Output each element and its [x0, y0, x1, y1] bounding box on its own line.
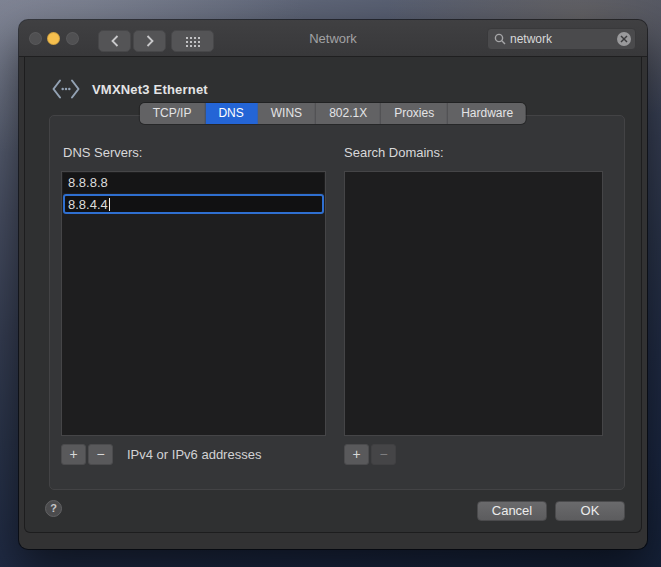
search-domains-list[interactable] — [344, 171, 603, 436]
circle-x-icon — [620, 35, 628, 43]
back-button[interactable] — [98, 30, 131, 52]
tab-tcp-ip[interactable]: TCP/IP — [140, 103, 206, 124]
dns-servers-list[interactable]: 8.8.8.8 8.8.4.4 — [61, 171, 326, 436]
dns-servers-label: DNS Servers: — [63, 145, 142, 160]
service-name: VMXNet3 Ethernet — [92, 82, 208, 97]
search-field[interactable] — [487, 28, 636, 50]
tab-802-1x[interactable]: 802.1X — [316, 103, 381, 124]
tab-hardware[interactable]: Hardware — [448, 103, 526, 124]
search-input[interactable] — [510, 32, 617, 46]
dns-list-controls: + − — [61, 444, 115, 465]
service-row: VMXNet3 Ethernet — [51, 78, 208, 100]
cancel-button[interactable]: Cancel — [477, 501, 547, 521]
help-button[interactable]: ? — [45, 500, 62, 517]
add-dns-server-button[interactable]: + — [61, 444, 86, 465]
grid-icon — [185, 36, 200, 47]
network-preferences-window: Network — [19, 20, 647, 549]
remove-search-domain-button[interactable]: − — [371, 444, 396, 465]
show-all-button[interactable] — [171, 30, 214, 52]
forward-button[interactable] — [133, 30, 166, 52]
tab-proxies[interactable]: Proxies — [381, 103, 448, 124]
remove-dns-server-button[interactable]: − — [88, 444, 113, 465]
tab-wins[interactable]: WINS — [258, 103, 316, 124]
search-icon — [494, 33, 506, 45]
dns-settings-sheet: VMXNet3 Ethernet TCP/IP DNS WINS 802.1X … — [24, 57, 642, 533]
chevron-right-icon — [146, 35, 154, 47]
tab-bar: TCP/IP DNS WINS 802.1X Proxies Hardware — [140, 103, 526, 124]
network-service-icon — [51, 78, 81, 100]
ipv4-ipv6-hint: IPv4 or IPv6 addresses — [127, 444, 261, 465]
dns-server-edit-field[interactable]: 8.8.4.4 — [63, 194, 324, 214]
clear-search-button[interactable] — [617, 32, 631, 46]
chevron-left-icon — [111, 35, 119, 47]
text-caret — [109, 198, 110, 211]
search-domains-label: Search Domains: — [344, 145, 444, 160]
domain-list-controls: + − — [344, 444, 398, 465]
add-search-domain-button[interactable]: + — [344, 444, 369, 465]
titlebar: Network — [19, 20, 647, 57]
dns-server-edit-value: 8.8.4.4 — [68, 197, 108, 212]
ok-button[interactable]: OK — [555, 501, 625, 521]
tab-dns[interactable]: DNS — [205, 103, 257, 124]
dns-server-row[interactable]: 8.8.8.8 — [63, 173, 324, 193]
